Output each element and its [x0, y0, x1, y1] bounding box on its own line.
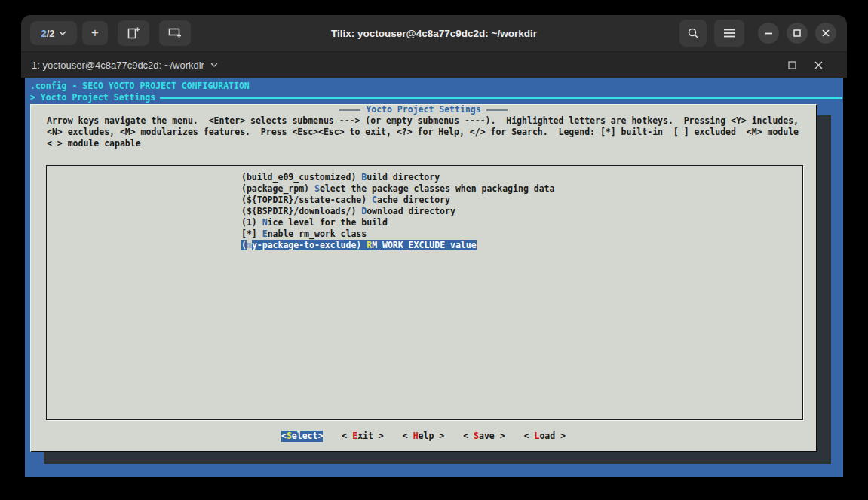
title-rule-left	[339, 109, 360, 111]
pane-close-icon[interactable]	[814, 61, 823, 69]
close-icon	[822, 29, 830, 37]
dialog-instructions-line: < > module capable	[47, 138, 141, 149]
dialog-instructions-line: Arrow keys navigate the menu. <Enter> se…	[47, 115, 799, 127]
dialog-button-select[interactable]: <Select>	[281, 431, 323, 442]
menu-button[interactable]	[714, 20, 744, 47]
menu-item[interactable]: (${TOPDIR}/sstate-cache) Cache directory	[241, 195, 802, 206]
menu-item[interactable]: (my-package-to-exclude) RM_WORK_EXCLUDE …	[241, 240, 802, 251]
terminal-pane-bar: 1: yoctouser@4c8a77c9dc2d: ~/workdir	[21, 51, 847, 78]
window-titlebar: 2/2 + Tilix: yoctouser@4c8a77c9dc2d: ~/	[21, 15, 847, 51]
tilix-window: 2/2 + Tilix: yoctouser@4c8a77c9dc2d: ~/	[21, 15, 847, 485]
dialog-title-row: Yocto Project Settings	[31, 104, 816, 115]
menuconfig-breadcrumb-line: > Yocto Project Settings	[30, 92, 843, 103]
session-selector[interactable]: 2/2	[30, 21, 77, 45]
chevron-down-icon	[59, 31, 66, 35]
menuconfig-screen[interactable]: .config - SECO YOCTO PROJECT CONFIGURATI…	[25, 78, 843, 477]
maximize-icon	[793, 29, 801, 37]
add-terminal-right-icon	[127, 26, 140, 40]
new-session-button[interactable]: +	[82, 21, 108, 45]
menu-item[interactable]: (package_rpm) Select the package classes…	[241, 183, 802, 195]
settings-dialog: Yocto Project Settings Arrow keys naviga…	[30, 104, 817, 452]
session-current: 2	[41, 28, 46, 39]
menu-list: (build_e09_customized) Build directory(p…	[46, 165, 803, 420]
chevron-down-icon	[210, 63, 218, 67]
menu-item[interactable]: (build_e09_customized) Build directory	[241, 172, 802, 183]
menuconfig-breadcrumb: > Yocto Project Settings	[30, 92, 155, 103]
plus-icon: +	[91, 26, 99, 41]
dialog-instructions-line: <N> excludes, <M> modularizes features. …	[47, 127, 799, 138]
dialog-button-save[interactable]: < Save >	[463, 431, 505, 442]
search-button[interactable]	[679, 20, 707, 47]
terminal-area: .config - SECO YOCTO PROJECT CONFIGURATI…	[21, 78, 847, 484]
dialog-button-row: <Select>< Exit >< Help >< Save >< Load >	[31, 431, 816, 442]
close-button[interactable]	[815, 23, 836, 44]
search-icon	[687, 27, 699, 39]
breadcrumb-rule	[160, 97, 842, 99]
terminal-pane-title[interactable]: 1: yoctouser@4c8a77c9dc2d: ~/workdir	[32, 60, 218, 71]
add-terminal-right-button[interactable]	[118, 20, 149, 46]
dialog-button-load[interactable]: < Load >	[524, 431, 566, 442]
maximize-button[interactable]	[787, 23, 808, 44]
minimize-button[interactable]	[758, 23, 779, 44]
session-count: 2/2	[41, 28, 54, 39]
minimize-icon	[765, 32, 772, 35]
title-rule-right	[486, 109, 508, 111]
dialog-title: Yocto Project Settings	[366, 104, 480, 115]
hamburger-menu-icon	[723, 29, 735, 38]
menu-item[interactable]: (${BSPDIR}/downloads/) Download director…	[241, 206, 802, 217]
menu-item[interactable]: [*] Enable rm_work class	[241, 229, 802, 240]
dialog-button-exit[interactable]: < Exit >	[342, 431, 383, 442]
menuconfig-header-line: .config - SECO YOCTO PROJECT CONFIGURATI…	[30, 81, 250, 92]
pane-maximize-icon[interactable]	[788, 61, 796, 69]
add-terminal-down-icon	[168, 27, 182, 39]
dialog-button-help[interactable]: < Help >	[403, 431, 444, 442]
menu-item[interactable]: (1) Nice level for the build	[241, 217, 802, 229]
session-total: /2	[47, 28, 55, 39]
terminal-pane-title-text: 1: yoctouser@4c8a77c9dc2d: ~/workdir	[32, 60, 204, 71]
add-terminal-down-button[interactable]	[159, 20, 191, 46]
